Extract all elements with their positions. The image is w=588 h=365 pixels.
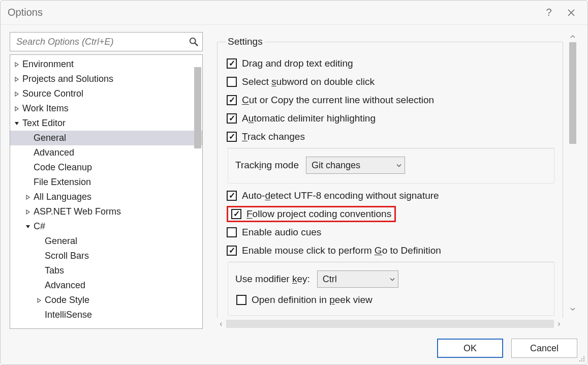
- svg-point-2: [190, 38, 196, 44]
- tree-item-label: File Extension: [34, 177, 91, 188]
- subword-checkbox[interactable]: [227, 77, 237, 87]
- scroll-right-icon[interactable]: ›: [555, 319, 563, 328]
- tree-twisty-icon[interactable]: [24, 194, 32, 201]
- tree-item-label: All Languages: [34, 192, 91, 202]
- tree-item[interactable]: Environment: [10, 57, 202, 72]
- tree-item[interactable]: Tabs: [10, 263, 202, 278]
- ok-button[interactable]: OK: [437, 339, 503, 358]
- peek-view-checkbox[interactable]: [236, 295, 246, 305]
- tree-item[interactable]: All Languages: [10, 190, 202, 204]
- close-button[interactable]: [560, 1, 582, 25]
- modifier-key-label: Use modifier key:: [235, 273, 310, 285]
- tree-twisty-icon[interactable]: [24, 223, 32, 230]
- tree-item[interactable]: Source Control: [10, 86, 202, 101]
- cut-copy-label: Cut or Copy the current line without sel…: [242, 95, 434, 106]
- tree-item[interactable]: General: [10, 234, 202, 249]
- tree-scrollbar-thumb[interactable]: [194, 67, 201, 148]
- auto-utf8-row: Auto-detect UTF-8 encoding without signa…: [226, 187, 554, 205]
- tree-item-label: ASP.NET Web Forms: [34, 206, 121, 217]
- window-title: Options: [8, 7, 538, 18]
- tree-twisty-icon[interactable]: [13, 61, 20, 68]
- modifier-key-combo[interactable]: Ctrl: [317, 270, 398, 288]
- tree-twisty-icon[interactable]: [13, 105, 20, 112]
- tracking-mode-combo[interactable]: Git changes: [306, 157, 405, 174]
- horizontal-scrollbar[interactable]: ‹ ›: [217, 319, 563, 329]
- audio-cues-row: Enable audio cues: [226, 223, 554, 241]
- drag-drop-checkbox[interactable]: [227, 58, 237, 69]
- titlebar: Options ?: [1, 1, 587, 25]
- drag-drop-row: Drag and drop text editing: [226, 54, 554, 73]
- tree-item[interactable]: IntelliSense: [10, 308, 202, 322]
- svg-rect-15: [583, 358, 584, 359]
- scroll-down-icon[interactable]: [569, 306, 576, 313]
- tree-twisty-spacer: [36, 267, 43, 275]
- track-changes-row: Track changes: [226, 128, 554, 146]
- tree-item[interactable]: Code Cleanup: [10, 160, 202, 175]
- auto-delim-checkbox[interactable]: [227, 113, 237, 124]
- track-changes-checkbox[interactable]: [227, 132, 237, 142]
- tree-twisty-icon[interactable]: [36, 297, 43, 304]
- audio-cues-label: Enable audio cues: [242, 227, 321, 238]
- svg-rect-18: [583, 360, 584, 361]
- tree-item[interactable]: General: [10, 131, 202, 145]
- tree-item-label: Code Style: [45, 295, 89, 306]
- tree-item-label: Advanced: [34, 147, 74, 158]
- resize-grip-icon[interactable]: [578, 355, 585, 362]
- search-input[interactable]: [15, 36, 189, 48]
- h-scroll-track[interactable]: [226, 320, 554, 328]
- tree-item-label: Environment: [22, 59, 74, 70]
- chevron-down-icon: [390, 274, 395, 285]
- peek-view-row: Open definition in peek view: [234, 291, 548, 309]
- tree-item[interactable]: Advanced: [10, 278, 202, 293]
- tree-twisty-spacer: [36, 238, 43, 245]
- search-box[interactable]: [10, 32, 203, 51]
- tree-item-label: IntelliSense: [45, 310, 92, 320]
- category-tree[interactable]: EnvironmentProjects and SolutionsSource …: [10, 54, 203, 329]
- tree-item[interactable]: Code Style: [10, 293, 202, 308]
- audio-cues-checkbox[interactable]: [227, 227, 237, 237]
- tree-item[interactable]: Text Editor: [10, 116, 202, 131]
- tree-item-label: Code Cleanup: [34, 162, 92, 173]
- svg-marker-8: [15, 122, 19, 125]
- tree-item[interactable]: Scroll Bars: [10, 249, 202, 263]
- cancel-button[interactable]: Cancel: [511, 339, 577, 358]
- search-icon: [189, 37, 198, 46]
- tree-item[interactable]: Projects and Solutions: [10, 72, 202, 86]
- svg-marker-5: [15, 77, 18, 81]
- tree-item-label: General: [45, 236, 77, 247]
- tree-item-label: Work Items: [22, 103, 69, 114]
- follow-conventions-checkbox[interactable]: [231, 209, 241, 219]
- svg-line-3: [195, 43, 198, 46]
- tree-item-label: General: [34, 133, 66, 143]
- mouse-goto-checkbox[interactable]: [227, 246, 237, 256]
- tree-item[interactable]: C#: [10, 219, 202, 234]
- goto-def-group: Use modifier key: Ctrl Open definition i…: [228, 262, 554, 316]
- help-button[interactable]: ?: [538, 1, 560, 25]
- tree-twisty-icon[interactable]: [13, 120, 20, 127]
- tree-item[interactable]: Work Items: [10, 101, 202, 116]
- settings-legend: Settings: [226, 36, 265, 47]
- tree-twisty-spacer: [36, 312, 43, 319]
- auto-delim-row: Automatic delimiter highlighting: [226, 109, 554, 128]
- tree-item[interactable]: File Extension: [10, 175, 202, 190]
- mouse-goto-row: Enable mouse click to perform Go to Defi…: [226, 241, 554, 260]
- tree-twisty-icon[interactable]: [24, 208, 32, 216]
- tree-item[interactable]: ASP.NET Web Forms: [10, 204, 202, 219]
- cut-copy-checkbox[interactable]: [227, 95, 237, 105]
- scroll-left-icon[interactable]: ‹: [217, 319, 225, 328]
- auto-utf8-checkbox[interactable]: [227, 191, 237, 201]
- peek-view-label: Open definition in peek view: [252, 294, 373, 306]
- svg-marker-6: [15, 92, 18, 96]
- scroll-up-icon[interactable]: [569, 33, 576, 40]
- svg-marker-12: [38, 298, 41, 302]
- tree-item[interactable]: Advanced: [10, 145, 202, 160]
- tree-twisty-icon[interactable]: [13, 90, 20, 98]
- tracking-mode-label: Tracking mode: [235, 160, 299, 171]
- svg-rect-13: [583, 356, 584, 357]
- svg-marker-7: [15, 107, 18, 111]
- options-dialog: Options ? EnvironmentProjects and Soluti…: [0, 0, 588, 365]
- svg-marker-11: [26, 225, 30, 228]
- tree-twisty-icon[interactable]: [13, 76, 20, 83]
- settings-scrollbar-thumb[interactable]: [569, 42, 576, 144]
- tree-item-label: Projects and Solutions: [22, 74, 113, 84]
